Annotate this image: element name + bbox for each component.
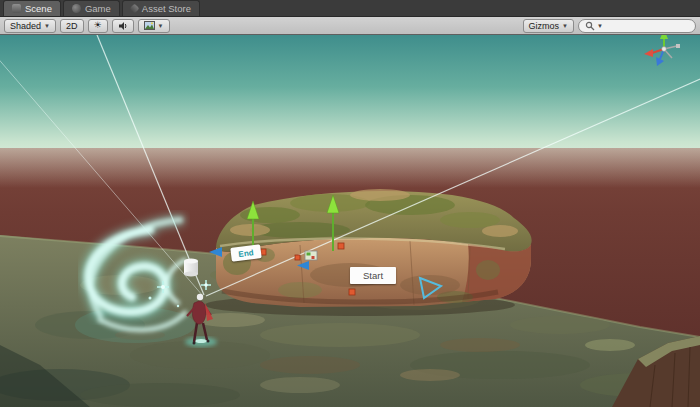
lighting-sun-icon: ☀ — [94, 21, 102, 30]
scene-toolbar: Shaded ▼ 2D ☀ ▼ Gizmos ▼ — [0, 17, 700, 35]
2d-toggle-button[interactable]: 2D — [60, 19, 84, 33]
asset-store-tab-icon — [129, 4, 139, 14]
chevron-down-icon: ▼ — [158, 23, 164, 29]
scene-audio-toggle[interactable] — [112, 19, 134, 33]
tab-game-label: Game — [85, 3, 111, 14]
chevron-down-icon: ▼ — [44, 23, 50, 29]
effects-image-icon — [144, 21, 155, 30]
scene-canvas[interactable] — [0, 35, 700, 407]
tab-game[interactable]: Game — [63, 0, 120, 16]
mini-grid-icon — [305, 251, 317, 260]
chevron-down-icon: ▼ — [562, 23, 568, 29]
scene-search-field[interactable]: ▼ — [578, 19, 696, 33]
scene-effects-dropdown[interactable]: ▼ — [138, 19, 170, 33]
shading-mode-label: Shaded — [10, 21, 41, 31]
game-tab-icon — [72, 4, 81, 13]
unity-editor-window: Scene Game Asset Store Shaded ▼ 2D ☀ — [0, 0, 700, 407]
speaker-icon — [118, 21, 128, 31]
start-button[interactable]: Start — [350, 267, 396, 284]
tab-asset-store-label: Asset Store — [142, 3, 191, 14]
search-input[interactable] — [605, 20, 687, 32]
view-tabbar: Scene Game Asset Store — [0, 0, 700, 17]
scene-lighting-toggle[interactable]: ☀ — [88, 19, 108, 33]
gizmos-label: Gizmos — [529, 21, 560, 31]
scene-viewport[interactable]: End Start — [0, 35, 700, 407]
scene-tab-icon — [12, 4, 21, 13]
capsule-object[interactable] — [184, 258, 198, 276]
2d-toggle-label: 2D — [66, 21, 78, 31]
shading-mode-dropdown[interactable]: Shaded ▼ — [4, 19, 56, 33]
search-icon — [585, 21, 595, 31]
tab-asset-store[interactable]: Asset Store — [122, 0, 200, 16]
tab-scene-label: Scene — [25, 3, 52, 14]
rock-platform[interactable] — [216, 189, 532, 307]
tab-scene[interactable]: Scene — [3, 0, 61, 16]
gizmos-dropdown[interactable]: Gizmos ▼ — [523, 19, 574, 33]
chevron-down-icon: ▼ — [597, 23, 603, 29]
